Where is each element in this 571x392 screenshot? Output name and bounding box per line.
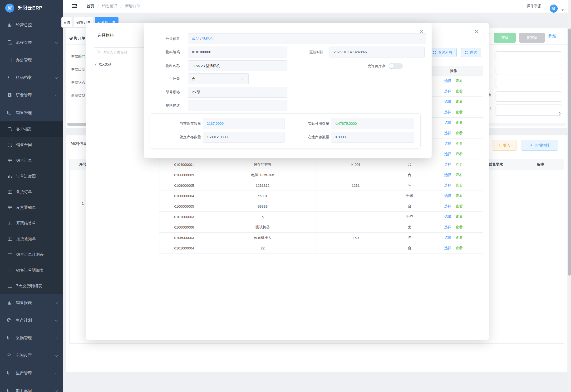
transit-stock-field[interactable]: 0.0000 <box>331 132 414 142</box>
category-select[interactable]: 成品 / 纸杯机 <box>188 33 426 44</box>
sidebar-subitem[interactable]: 订单进度图 <box>0 168 63 184</box>
updated-field[interactable]: 2026-01-14 14:48:46 <box>330 47 425 57</box>
sidebar-item[interactable]: 车间设置 <box>0 347 63 364</box>
sidebar-subitem[interactable]: 销售订单 <box>0 153 63 168</box>
view-link[interactable]: 查看 <box>456 131 463 135</box>
select-link[interactable]: 选择 <box>444 194 451 198</box>
sidebar-item[interactable]: 销售报表 <box>0 294 63 311</box>
view-link[interactable]: 查看 <box>456 141 463 146</box>
select-link[interactable]: 选择 <box>444 89 451 94</box>
select-link[interactable]: 选择 <box>444 246 451 251</box>
close-icon[interactable]: × <box>474 28 479 34</box>
collapse-link[interactable]: 收起 <box>548 33 556 39</box>
order-input[interactable] <box>496 91 562 102</box>
sidebar-subitem[interactable]: 销售订单计划表 <box>0 247 63 263</box>
locked-stock-label: 锁定库存数量 <box>158 132 201 142</box>
sidebar-subitem[interactable]: 发货通知单 <box>0 200 63 215</box>
view-link[interactable]: 查看 <box>456 162 463 167</box>
select-link[interactable]: 选择 <box>444 173 451 177</box>
view-link[interactable]: 查看 <box>456 236 463 240</box>
current-stock-field[interactable]: 2137.0000 <box>203 118 285 129</box>
model-field[interactable]: ZY型 <box>188 87 287 98</box>
chevron-down-icon[interactable] <box>561 10 564 12</box>
spec-desc-label: 规格描述 <box>147 100 180 111</box>
view-link[interactable]: 查看 <box>456 214 463 219</box>
spec-desc-field[interactable] <box>188 100 287 111</box>
tree-expand-icon[interactable]: ▸ <box>95 63 97 66</box>
view-link[interactable]: 查看 <box>456 99 463 104</box>
select-link[interactable]: 选择 <box>444 183 451 188</box>
vertical-scrollbar[interactable] <box>568 0 571 392</box>
sidebar-subitem[interactable]: 退货通知单 <box>0 231 63 247</box>
view-link[interactable]: 查看 <box>456 204 463 209</box>
view-link[interactable]: 查看 <box>456 152 463 156</box>
negative-stock-toggle[interactable] <box>389 63 403 69</box>
select-link[interactable]: 选择 <box>444 236 451 240</box>
locked-stock-field[interactable]: 150012.0000 <box>203 132 285 142</box>
sidebar-item[interactable]: 采购管理 <box>0 329 63 347</box>
tab-home[interactable]: 首页 <box>61 17 72 28</box>
select-link[interactable]: 选择 <box>444 152 451 156</box>
sidebar-item[interactable]: 生产计划 <box>0 311 63 329</box>
audit-button[interactable]: 审核 <box>494 33 516 43</box>
order-textarea[interactable] <box>496 105 562 116</box>
tree-node-finished-goods[interactable]: ▸ 01-成品 <box>95 62 111 67</box>
view-link[interactable]: 查看 <box>456 194 463 198</box>
add-material-button[interactable]: + 新增物料 <box>521 140 558 151</box>
unaudit-button[interactable]: 反审核 <box>519 33 545 43</box>
select-link[interactable]: 选择 <box>444 162 451 167</box>
action-cell: 选择 查看 <box>424 233 483 243</box>
sidebar-item[interactable]: 办公管理 <box>0 51 63 69</box>
unit-select[interactable]: 台 <box>188 73 249 84</box>
query-all-button[interactable]: 查询所有 <box>429 48 457 57</box>
view-link[interactable]: 查看 <box>456 183 463 188</box>
breadcrumb-home[interactable]: 首页 <box>87 4 94 9</box>
import-button[interactable]: ↓ 引入 <box>492 140 517 151</box>
sidebar-item[interactable]: 生产管理 <box>0 364 63 382</box>
order-input[interactable] <box>496 51 562 61</box>
select-link[interactable]: 选择 <box>444 99 451 104</box>
sidebar-item[interactable]: 流程管理 <box>0 33 63 51</box>
resize-handle-icon[interactable] <box>559 112 561 115</box>
sidebar-item[interactable]: 料品档案 <box>0 69 63 86</box>
sidebar-subitem[interactable]: 销售订单明细表 <box>0 263 63 278</box>
remark-cell[interactable] <box>525 170 556 344</box>
view-link[interactable]: 查看 <box>456 89 463 94</box>
action-cell: 选择 查看 <box>424 212 483 222</box>
order-input[interactable] <box>496 65 562 75</box>
view-link[interactable]: 查看 <box>456 173 463 177</box>
view-link[interactable]: 查看 <box>456 110 463 114</box>
sidebar-subitem[interactable]: 备货订单 <box>0 184 63 200</box>
view-link[interactable]: 查看 <box>456 79 463 83</box>
multi-select-button[interactable]: 连选 <box>461 48 481 57</box>
select-link[interactable]: 选择 <box>444 120 451 125</box>
sidebar-item-label: 料品档案 <box>16 75 32 80</box>
select-link[interactable]: 选择 <box>444 110 451 114</box>
code-field[interactable]: 0101000001 <box>188 47 287 57</box>
view-link[interactable]: 查看 <box>456 246 463 251</box>
view-link[interactable]: 查看 <box>456 225 463 229</box>
sidebar-item[interactable]: 经营总控 <box>0 16 63 33</box>
select-link[interactable]: 选择 <box>444 131 451 135</box>
select-link[interactable]: 选择 <box>444 214 451 219</box>
breadcrumb-sales[interactable]: 销售管理 <box>102 4 117 9</box>
sidebar-item[interactable]: 加工车间 <box>0 382 63 392</box>
sidebar-subitem[interactable]: 开票结算单 <box>0 215 63 231</box>
sidebar-item[interactable]: 销售管理 <box>0 104 63 121</box>
name-field[interactable]: 118S ZY型纸杯机 <box>188 60 287 71</box>
select-link[interactable]: 选择 <box>444 141 451 146</box>
view-link[interactable]: 查看 <box>456 120 463 125</box>
select-link[interactable]: 选择 <box>444 225 451 229</box>
available-stock-field[interactable]: -147875.0000 <box>331 118 414 129</box>
sidebar-subitem[interactable]: 客户档案 <box>0 121 63 137</box>
menu-collapse-icon[interactable] <box>72 4 77 5</box>
select-link[interactable]: 选择 <box>444 79 451 83</box>
manual-link[interactable]: 操作手册 <box>526 0 542 13</box>
avatar[interactable]: M <box>550 4 558 13</box>
select-link[interactable]: 选择 <box>444 204 451 209</box>
sidebar-subitem[interactable]: 销售合同 <box>0 137 63 153</box>
sidebar-item[interactable]: 研发管理 <box>0 86 63 104</box>
order-input[interactable] <box>496 78 562 88</box>
sidebar-subitem[interactable]: 7天交货明细表 <box>0 278 63 294</box>
vertical-scrollbar-thumb[interactable] <box>568 28 571 276</box>
